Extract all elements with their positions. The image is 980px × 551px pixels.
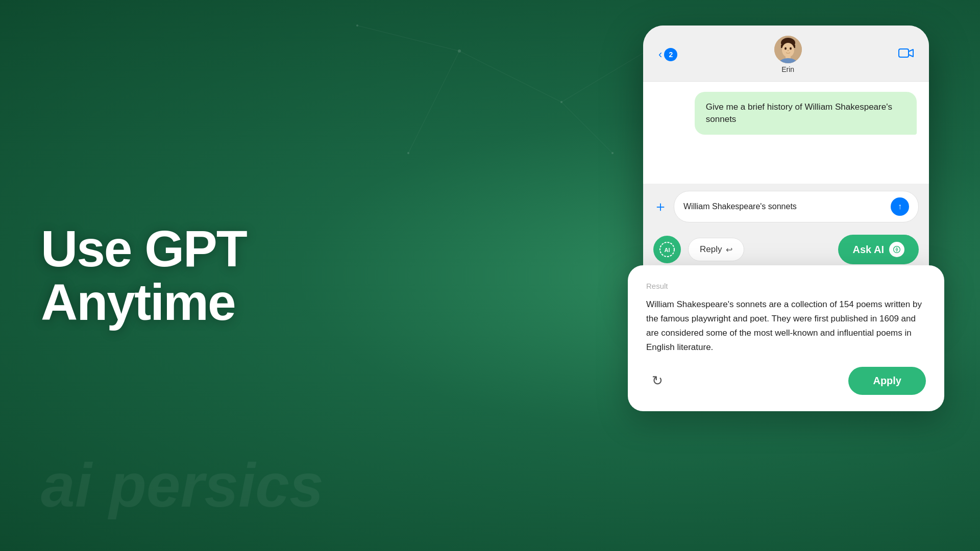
back-button[interactable]: ‹ 2 bbox=[658, 48, 677, 61]
openai-icon bbox=[892, 245, 901, 254]
message-input-wrapper[interactable]: William Shakespeare's sonnets ↑ bbox=[674, 191, 919, 222]
reply-button[interactable]: Reply ↩ bbox=[688, 238, 744, 261]
video-camera-icon bbox=[898, 47, 914, 59]
svg-point-19 bbox=[785, 47, 787, 50]
avatar-image bbox=[774, 36, 802, 63]
contact-name: Erin bbox=[781, 65, 794, 73]
chat-window: ‹ 2 bbox=[643, 26, 929, 307]
phone-mockup: ‹ 2 bbox=[643, 26, 929, 307]
message-input[interactable]: William Shakespeare's sonnets bbox=[683, 202, 891, 211]
ai-circle-button[interactable]: AI bbox=[653, 236, 681, 263]
input-area: ＋ William Shakespeare's sonnets ↑ bbox=[643, 184, 929, 230]
reply-label: Reply bbox=[700, 244, 722, 255]
svg-text:AI: AI bbox=[665, 247, 670, 253]
refresh-button[interactable]: ↻ bbox=[646, 370, 669, 392]
hero-title: Use GPT Anytime bbox=[41, 222, 247, 329]
message-bubble: Give me a brief history of William Shake… bbox=[695, 92, 917, 135]
refresh-icon: ↻ bbox=[652, 373, 663, 389]
reply-arrow-icon: ↩ bbox=[726, 245, 732, 255]
result-label: Result bbox=[646, 282, 926, 290]
chat-body: Give me a brief history of William Shake… bbox=[643, 82, 929, 184]
contact-info: Erin bbox=[774, 36, 802, 73]
gpt-logo-icon bbox=[889, 242, 904, 257]
result-panel: Result William Shakespeare's sonnets are… bbox=[628, 265, 944, 411]
send-button[interactable]: ↑ bbox=[891, 197, 909, 216]
ai-circle-icon: AI bbox=[659, 241, 675, 258]
hero-section: Use GPT Anytime bbox=[41, 222, 247, 329]
svg-point-20 bbox=[790, 47, 792, 50]
back-chevron-icon: ‹ bbox=[658, 48, 662, 61]
avatar bbox=[774, 36, 802, 63]
ask-ai-label: Ask AI bbox=[852, 244, 884, 256]
notification-badge: 2 bbox=[664, 48, 677, 61]
video-call-button[interactable] bbox=[898, 47, 914, 62]
result-footer: ↻ Apply bbox=[646, 367, 926, 395]
result-text: William Shakespeare's sonnets are a coll… bbox=[646, 297, 926, 355]
svg-point-21 bbox=[787, 50, 789, 51]
apply-button[interactable]: Apply bbox=[848, 367, 926, 395]
chat-header: ‹ 2 bbox=[643, 26, 929, 82]
svg-rect-24 bbox=[899, 49, 909, 57]
add-attachment-button[interactable]: ＋ bbox=[653, 199, 668, 214]
ask-ai-button[interactable]: Ask AI bbox=[838, 235, 919, 264]
send-arrow-icon: ↑ bbox=[898, 202, 902, 211]
